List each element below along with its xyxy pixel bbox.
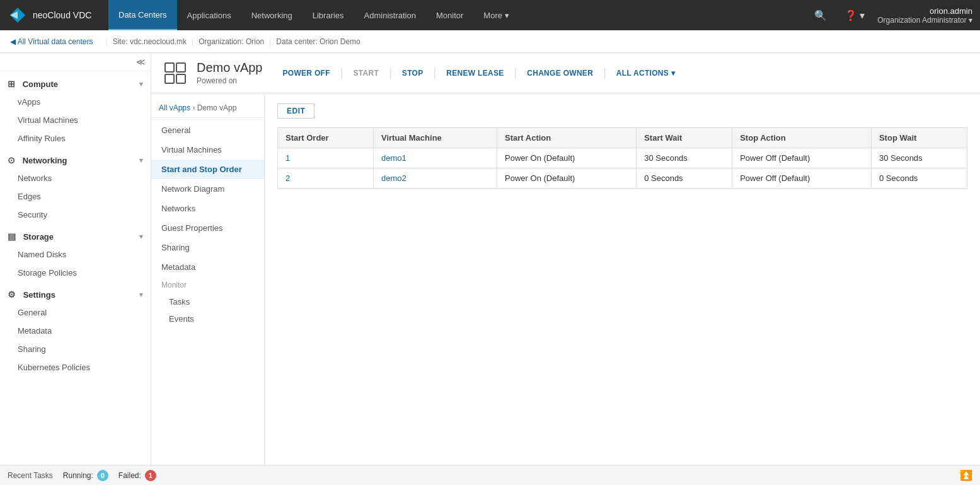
- top-nav: neoCloud VDC Data Centers Applications N…: [0, 0, 980, 30]
- sub-nav-guest-properties[interactable]: Guest Properties: [151, 218, 264, 238]
- sidebar-section-storage-header[interactable]: ▤ Storage ▾: [0, 226, 151, 245]
- sub-nav-monitor-section[interactable]: Monitor: [151, 277, 264, 293]
- sidebar-collapse-button[interactable]: ≪: [136, 57, 146, 67]
- all-vapps-link[interactable]: All vApps: [159, 103, 190, 112]
- sidebar-section-compute: ⊞ Compute ▾ vApps Virtual Machines Affin…: [0, 74, 151, 148]
- vapp-actions: POWER OFF | START | STOP | RENEW LEASE |…: [278, 64, 681, 82]
- power-off-button[interactable]: POWER OFF: [278, 64, 335, 82]
- sidebar-section-networking-header[interactable]: ⊙ Networking ▾: [0, 150, 151, 169]
- site-info: Site: vdc.neocloud.mk: [113, 37, 187, 46]
- vapp-header: Demo vApp Powered on POWER OFF | START |…: [151, 53, 980, 93]
- start-order-link[interactable]: 1: [285, 153, 290, 163]
- sidebar-item-affinity-rules[interactable]: Affinity Rules: [0, 129, 151, 148]
- cell-stop-wait: 0 Seconds: [871, 168, 967, 189]
- sidebar-section-compute-header[interactable]: ⊞ Compute ▾: [0, 74, 151, 93]
- sub-nav-start-stop[interactable]: Start and Stop Order: [151, 160, 264, 179]
- nav-item-administration[interactable]: Administration: [354, 0, 426, 30]
- sidebar-section-settings: ⚙ Settings ▾ General Metadata Sharing Ku…: [0, 284, 151, 377]
- networking-section-label: Networking: [23, 156, 67, 165]
- cell-vm: demo1: [373, 148, 497, 168]
- logo-area: neoCloud VDC: [8, 5, 96, 25]
- sub-panel: All vApps › Demo vApp General Virtual Ma…: [151, 93, 980, 465]
- failed-label: Failed:: [118, 471, 141, 480]
- content-area: Demo vApp Powered on POWER OFF | START |…: [151, 53, 980, 465]
- breadcrumb-bar: ◀ All Virtual data centers | Site: vdc.n…: [0, 30, 980, 53]
- stop-button[interactable]: STOP: [397, 64, 429, 82]
- compute-section-label: Compute: [23, 79, 58, 89]
- renew-lease-button[interactable]: RENEW LEASE: [441, 64, 509, 82]
- settings-icon: ⚙: [8, 289, 16, 300]
- vapp-title: Demo vApp: [197, 61, 263, 75]
- settings-chevron: ▾: [139, 291, 143, 299]
- start-button[interactable]: START: [349, 64, 384, 82]
- sidebar-item-vapps[interactable]: vApps: [0, 93, 151, 111]
- vm-link[interactable]: demo2: [381, 173, 406, 183]
- logo-icon: [8, 5, 28, 25]
- sub-nav-general[interactable]: General: [151, 120, 264, 140]
- nav-item-more[interactable]: More ▾: [473, 0, 519, 30]
- col-vm: Virtual Machine: [373, 128, 497, 148]
- edit-button[interactable]: EDIT: [277, 103, 314, 119]
- nav-item-monitor[interactable]: Monitor: [426, 0, 473, 30]
- all-actions-button[interactable]: ALL ACTIONS ▾: [611, 64, 680, 82]
- vm-link[interactable]: demo1: [381, 153, 406, 163]
- networking-chevron: ▾: [139, 156, 143, 165]
- main-layout: ≪ ⊞ Compute ▾ vApps Virtual Machines Aff…: [0, 53, 980, 465]
- cell-start-order: 1: [278, 148, 374, 168]
- sidebar-item-named-disks[interactable]: Named Disks: [0, 245, 151, 264]
- sidebar-item-storage-policies[interactable]: Storage Policies: [0, 264, 151, 282]
- table-header-row: Start Order Virtual Machine Start Action…: [278, 128, 967, 148]
- running-badge: 0: [97, 470, 108, 481]
- sub-nav-metadata[interactable]: Metadata: [151, 257, 264, 277]
- col-stop-wait: Stop Wait: [871, 128, 967, 148]
- sub-nav-sharing[interactable]: Sharing: [151, 238, 264, 257]
- change-owner-button[interactable]: CHANGE OWNER: [522, 64, 598, 82]
- cell-start-action: Power On (Default): [497, 148, 637, 168]
- running-item: Running: 0: [63, 470, 108, 481]
- sidebar-section-settings-header[interactable]: ⚙ Settings ▾: [0, 284, 151, 303]
- table-row: 1 demo1 Power On (Default) 30 Seconds Po…: [278, 148, 967, 168]
- search-icon[interactable]: 🔍: [809, 7, 832, 24]
- logo-text: neoCloud VDC: [33, 10, 91, 20]
- sidebar-item-sharing[interactable]: Sharing: [0, 340, 151, 358]
- compute-icon: ⊞: [8, 79, 15, 89]
- sidebar-item-security[interactable]: Security: [0, 206, 151, 224]
- sidebar-collapse-area: ≪: [0, 53, 151, 71]
- nav-item-networking[interactable]: Networking: [241, 0, 303, 30]
- help-icon[interactable]: ❓ ▾: [839, 7, 870, 24]
- sub-nav-vms[interactable]: Virtual Machines: [151, 140, 264, 160]
- cell-stop-wait: 30 Seconds: [871, 148, 967, 168]
- vapp-icon: [164, 62, 187, 85]
- nav-item-datacenters[interactable]: Data Centers: [108, 0, 177, 30]
- username: orion.admin: [877, 6, 972, 16]
- sub-nav: All vApps › Demo vApp General Virtual Ma…: [151, 93, 265, 465]
- dc-info: Data center: Orion Demo: [276, 37, 360, 46]
- sub-nav-network-diagram[interactable]: Network Diagram: [151, 179, 264, 199]
- storage-icon: ▤: [8, 231, 16, 242]
- all-virtual-datacenters-link[interactable]: ◀ All Virtual data centers: [10, 37, 93, 46]
- sub-nav-networks[interactable]: Networks: [151, 199, 264, 218]
- sidebar-item-vms[interactable]: Virtual Machines: [0, 111, 151, 129]
- recent-tasks-label: Recent Tasks: [8, 471, 53, 480]
- nav-item-libraries[interactable]: Libraries: [303, 0, 354, 30]
- svg-rect-5: [176, 74, 185, 83]
- start-order-link[interactable]: 2: [285, 173, 290, 183]
- vapp-breadcrumb: All vApps › Demo vApp: [151, 98, 264, 118]
- scroll-top-button[interactable]: ⏫: [960, 469, 972, 481]
- sidebar-item-networks[interactable]: Networks: [0, 169, 151, 187]
- sidebar-item-edges[interactable]: Edges: [0, 187, 151, 206]
- settings-section-label: Settings: [23, 290, 55, 300]
- sub-nav-tasks[interactable]: Tasks: [151, 293, 264, 310]
- col-start-wait: Start Wait: [637, 128, 732, 148]
- user-role: Organization Administrator ▾: [877, 16, 972, 25]
- sidebar-item-general[interactable]: General: [0, 303, 151, 322]
- col-start-order: Start Order: [278, 128, 374, 148]
- sidebar-item-metadata[interactable]: Metadata: [0, 322, 151, 340]
- sidebar: ≪ ⊞ Compute ▾ vApps Virtual Machines Aff…: [0, 53, 151, 465]
- cell-vm: demo2: [373, 168, 497, 189]
- user-menu[interactable]: orion.admin Organization Administrator ▾: [877, 6, 972, 25]
- nav-item-applications[interactable]: Applications: [177, 0, 241, 30]
- start-stop-table: Start Order Virtual Machine Start Action…: [277, 127, 967, 189]
- sidebar-item-kubernetes[interactable]: Kubernetes Policies: [0, 358, 151, 377]
- sub-nav-events[interactable]: Events: [151, 310, 264, 327]
